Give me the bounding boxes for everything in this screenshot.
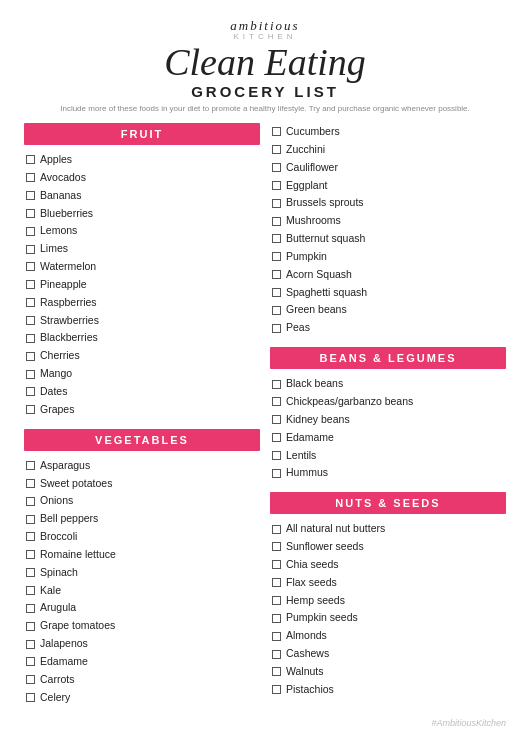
list-item: Jalapenos: [24, 635, 260, 653]
list-item: Cucumbers: [270, 123, 506, 141]
list-item: Zucchini: [270, 141, 506, 159]
checkbox[interactable]: [272, 127, 281, 136]
checkbox[interactable]: [272, 217, 281, 226]
list-item: Strawberries: [24, 312, 260, 330]
list-item: Cherries: [24, 347, 260, 365]
checkbox[interactable]: [272, 306, 281, 315]
checkbox[interactable]: [272, 252, 281, 261]
checkbox[interactable]: [272, 433, 281, 442]
checkbox[interactable]: [272, 542, 281, 551]
checkbox[interactable]: [26, 497, 35, 506]
list-item: Sunflower seeds: [270, 538, 506, 556]
list-item: Flax seeds: [270, 574, 506, 592]
checkbox[interactable]: [26, 657, 35, 666]
checkbox[interactable]: [272, 234, 281, 243]
list-item: Arugula: [24, 599, 260, 617]
list-item: Sweet potatoes: [24, 475, 260, 493]
checkbox[interactable]: [26, 693, 35, 702]
checkbox[interactable]: [26, 227, 35, 236]
checkbox[interactable]: [26, 209, 35, 218]
checkbox[interactable]: [26, 479, 35, 488]
checkbox[interactable]: [26, 550, 35, 559]
checkbox[interactable]: [26, 532, 35, 541]
checkbox[interactable]: [272, 415, 281, 424]
checkbox[interactable]: [26, 515, 35, 524]
list-item: Spinach: [24, 564, 260, 582]
list-item: Blueberries: [24, 205, 260, 223]
list-item: Watermelon: [24, 258, 260, 276]
list-item: Bell peppers: [24, 510, 260, 528]
checkbox[interactable]: [272, 667, 281, 676]
checkbox[interactable]: [26, 173, 35, 182]
checkbox[interactable]: [26, 586, 35, 595]
list-item: Edamame: [24, 653, 260, 671]
checkbox[interactable]: [272, 163, 281, 172]
checkbox[interactable]: [26, 334, 35, 343]
checkbox[interactable]: [26, 155, 35, 164]
checkbox[interactable]: [272, 632, 281, 641]
checkbox[interactable]: [272, 397, 281, 406]
checkbox[interactable]: [26, 245, 35, 254]
list-item: Lentils: [270, 447, 506, 465]
list-item: Carrots: [24, 671, 260, 689]
checkbox[interactable]: [272, 145, 281, 154]
checkbox[interactable]: [26, 622, 35, 631]
checkbox[interactable]: [26, 370, 35, 379]
checkbox[interactable]: [272, 380, 281, 389]
main-content: FRUIT ApplesAvocadosBananasBlueberriesLe…: [24, 123, 506, 710]
list-item: Chia seeds: [270, 556, 506, 574]
checkbox[interactable]: [272, 578, 281, 587]
list-item: Chickpeas/garbanzo beans: [270, 393, 506, 411]
list-item: Grapes: [24, 401, 260, 419]
checkbox[interactable]: [26, 604, 35, 613]
checkbox[interactable]: [272, 324, 281, 333]
checkbox[interactable]: [272, 560, 281, 569]
checkbox[interactable]: [26, 316, 35, 325]
checkbox[interactable]: [26, 675, 35, 684]
vegetables-list: AsparagusSweet potatoesOnionsBell pepper…: [24, 457, 260, 707]
checkbox[interactable]: [272, 270, 281, 279]
checkbox[interactable]: [26, 405, 35, 414]
list-item: Kidney beans: [270, 411, 506, 429]
list-item: Avocados: [24, 169, 260, 187]
checkbox[interactable]: [272, 199, 281, 208]
checkbox[interactable]: [272, 181, 281, 190]
title-script: Clean Eating: [24, 43, 506, 81]
checkbox[interactable]: [272, 614, 281, 623]
checkbox[interactable]: [272, 525, 281, 534]
checkbox[interactable]: [26, 461, 35, 470]
list-item: Lemons: [24, 222, 260, 240]
list-item: Mushrooms: [270, 212, 506, 230]
checkbox[interactable]: [272, 288, 281, 297]
checkbox[interactable]: [272, 469, 281, 478]
list-item: Asparagus: [24, 457, 260, 475]
list-item: Grape tomatoes: [24, 617, 260, 635]
left-column: FRUIT ApplesAvocadosBananasBlueberriesLe…: [24, 123, 260, 710]
checkbox[interactable]: [26, 387, 35, 396]
checkbox[interactable]: [26, 352, 35, 361]
checkbox[interactable]: [26, 191, 35, 200]
nuts-header: NUTS & SEEDS: [270, 492, 506, 514]
list-item: Romaine lettuce: [24, 546, 260, 564]
subtitle: Include more of these foods in your diet…: [24, 104, 506, 113]
list-item: Dates: [24, 383, 260, 401]
checkbox[interactable]: [272, 596, 281, 605]
checkbox[interactable]: [26, 262, 35, 271]
list-item: Eggplant: [270, 177, 506, 195]
checkbox[interactable]: [272, 451, 281, 460]
checkbox[interactable]: [26, 298, 35, 307]
list-item: All natural nut butters: [270, 520, 506, 538]
checkbox[interactable]: [272, 650, 281, 659]
vegetables-header: VEGETABLES: [24, 429, 260, 451]
list-item: Peas: [270, 319, 506, 337]
checkbox[interactable]: [26, 280, 35, 289]
beans-list: Black beansChickpeas/garbanzo beansKidne…: [270, 375, 506, 482]
list-item: Green beans: [270, 301, 506, 319]
list-item: Raspberries: [24, 294, 260, 312]
list-item: Pumpkin: [270, 248, 506, 266]
list-item: Hummus: [270, 464, 506, 482]
checkbox[interactable]: [26, 568, 35, 577]
checkbox[interactable]: [272, 685, 281, 694]
list-item: Edamame: [270, 429, 506, 447]
checkbox[interactable]: [26, 640, 35, 649]
